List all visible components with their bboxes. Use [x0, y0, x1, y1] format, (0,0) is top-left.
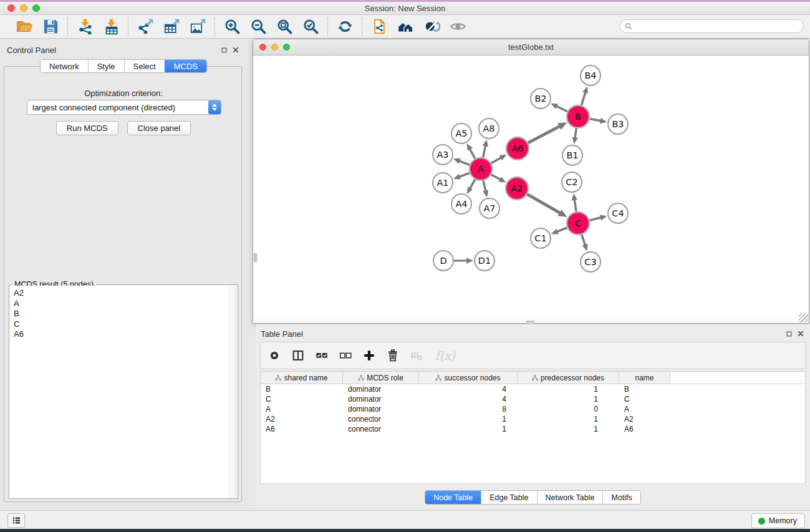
table-tab-node-table[interactable]: Node Table: [425, 491, 481, 504]
graph-node-B3[interactable]: B3: [608, 114, 628, 134]
graph-edge[interactable]: [491, 157, 502, 163]
run-mcds-button[interactable]: Run MCDS: [56, 121, 118, 135]
graph-node-A6[interactable]: A6: [506, 137, 529, 160]
graph-node-A8[interactable]: A8: [479, 118, 499, 138]
graph-edge[interactable]: [574, 199, 576, 212]
graph-node-C[interactable]: C: [567, 212, 589, 235]
graph-edge[interactable]: [470, 180, 475, 190]
graph-edge[interactable]: [528, 126, 561, 143]
show-columns-icon[interactable]: [291, 348, 306, 363]
export-image-icon[interactable]: [187, 17, 208, 37]
graph-node-B4[interactable]: B4: [581, 65, 600, 85]
graph-node-C2[interactable]: C2: [562, 172, 582, 192]
graph-edge[interactable]: [589, 218, 601, 221]
table-row[interactable]: A2connector11A2: [261, 414, 805, 424]
network-window-titlebar[interactable]: testGlobe.txt: [253, 39, 809, 56]
column-header-MCDS-role[interactable]: MCDS role: [343, 372, 419, 384]
graph-node-A7[interactable]: A7: [480, 198, 499, 218]
result-scrollbar[interactable]: [229, 286, 237, 498]
table-tab-motifs[interactable]: Motifs: [602, 491, 640, 504]
zoom-out-icon[interactable]: [248, 17, 269, 37]
table-tab-network-table[interactable]: Network Table: [537, 491, 603, 504]
first-neighbors-icon[interactable]: [395, 17, 416, 37]
graph-node-B2[interactable]: B2: [531, 89, 551, 109]
column-header-predecessor-nodes[interactable]: predecessor nodes: [518, 372, 619, 384]
task-history-button[interactable]: [7, 513, 25, 528]
clone-network-icon[interactable]: [369, 17, 390, 37]
column-header-shared-name[interactable]: shared name: [261, 372, 343, 384]
close-table-panel-icon[interactable]: [798, 328, 804, 339]
graph-edge[interactable]: [491, 175, 501, 180]
graph-node-B1[interactable]: B1: [562, 145, 582, 165]
table-settings-gear-icon[interactable]: [267, 348, 282, 363]
search-field[interactable]: [620, 19, 804, 33]
graph-node-A[interactable]: A: [470, 158, 492, 180]
zoom-fit-icon[interactable]: [274, 17, 295, 37]
select-all-rows-icon[interactable]: [314, 348, 329, 363]
table-tab-edge-table[interactable]: Edge Table: [481, 491, 536, 504]
graph-edge[interactable]: [458, 173, 470, 177]
table-row[interactable]: Cdominator41C: [261, 394, 805, 404]
export-network-icon[interactable]: [135, 17, 156, 37]
graph-node-C3[interactable]: C3: [581, 252, 600, 272]
export-table-icon[interactable]: [161, 17, 182, 37]
tab-mcds[interactable]: MCDS: [165, 60, 206, 72]
graph-node-A3[interactable]: A3: [433, 145, 453, 165]
graph-edge[interactable]: [483, 181, 486, 192]
result-list-item[interactable]: A: [14, 299, 229, 309]
graph-node-A5[interactable]: A5: [451, 123, 471, 143]
graph-node-A2[interactable]: A2: [506, 177, 528, 200]
import-network-icon[interactable]: [74, 17, 95, 37]
graph-edge[interactable]: [556, 228, 567, 232]
network-canvas[interactable]: B4B2BB3A8A5A6A3B1AA1C2A2A4A7C4CC1C3DD1: [253, 56, 809, 318]
tab-select[interactable]: Select: [124, 60, 165, 72]
graph-edge[interactable]: [470, 148, 475, 159]
graph-node-C4[interactable]: C4: [608, 203, 628, 223]
column-header-name[interactable]: name: [619, 372, 670, 384]
graph-edge[interactable]: [582, 92, 586, 105]
result-list-item[interactable]: A6: [14, 329, 229, 340]
window-resize-grip[interactable]: [799, 313, 808, 322]
float-panel-icon[interactable]: [221, 44, 227, 56]
optimization-criterion-dropdown[interactable]: largest connected component (directed): [27, 100, 221, 115]
result-list-item[interactable]: A2: [14, 288, 229, 299]
hide-details-icon[interactable]: [447, 17, 468, 37]
tab-style[interactable]: Style: [88, 60, 124, 72]
table-row[interactable]: Adominator80A: [261, 404, 805, 414]
tab-network[interactable]: Network: [41, 60, 88, 72]
result-list-item[interactable]: B: [14, 309, 229, 319]
import-table-icon[interactable]: [100, 17, 122, 37]
graph-node-A4[interactable]: A4: [451, 194, 471, 214]
graphics-details-icon[interactable]: [421, 17, 442, 37]
zoom-selected-icon[interactable]: [300, 17, 321, 37]
graph-node-D[interactable]: D: [433, 251, 453, 271]
apply-layout-icon[interactable]: [334, 17, 355, 37]
deselect-all-rows-icon[interactable]: [338, 348, 353, 363]
float-table-panel-icon[interactable]: [786, 328, 792, 339]
mcds-result-list[interactable]: A2ABCA6: [10, 286, 229, 498]
canvas-left-scroll-nub[interactable]: [254, 253, 257, 262]
graph-edge[interactable]: [590, 119, 602, 122]
delete-columns-icon[interactable]: [385, 348, 400, 363]
graph-edge[interactable]: [483, 145, 486, 157]
close-panel-icon[interactable]: [233, 44, 239, 56]
close-panel-button[interactable]: Close panel: [127, 121, 191, 135]
graph-node-B[interactable]: B: [567, 105, 589, 128]
result-list-item[interactable]: C: [14, 319, 229, 330]
graph-edge[interactable]: [556, 106, 567, 112]
save-session-icon[interactable]: [40, 17, 61, 37]
table-row[interactable]: Bdominator41B: [261, 384, 805, 394]
search-input[interactable]: [633, 21, 803, 32]
graph-edge[interactable]: [527, 194, 561, 213]
open-session-icon[interactable]: [14, 17, 35, 37]
graph-edge[interactable]: [458, 161, 470, 165]
zoom-in-icon[interactable]: [221, 17, 243, 37]
create-column-icon[interactable]: [362, 348, 377, 363]
graph-edge[interactable]: [575, 128, 576, 138]
node-table[interactable]: shared nameMCDS rolesuccessor nodesprede…: [260, 371, 806, 484]
graph-node-D1[interactable]: D1: [475, 251, 494, 271]
network-graph[interactable]: B4B2BB3A8A5A6A3B1AA1C2A2A4A7C4CC1C3DD1: [253, 56, 809, 318]
graph-node-C1[interactable]: C1: [531, 228, 551, 248]
table-row[interactable]: A6connector11A6: [261, 424, 805, 434]
graph-edge[interactable]: [582, 235, 586, 246]
